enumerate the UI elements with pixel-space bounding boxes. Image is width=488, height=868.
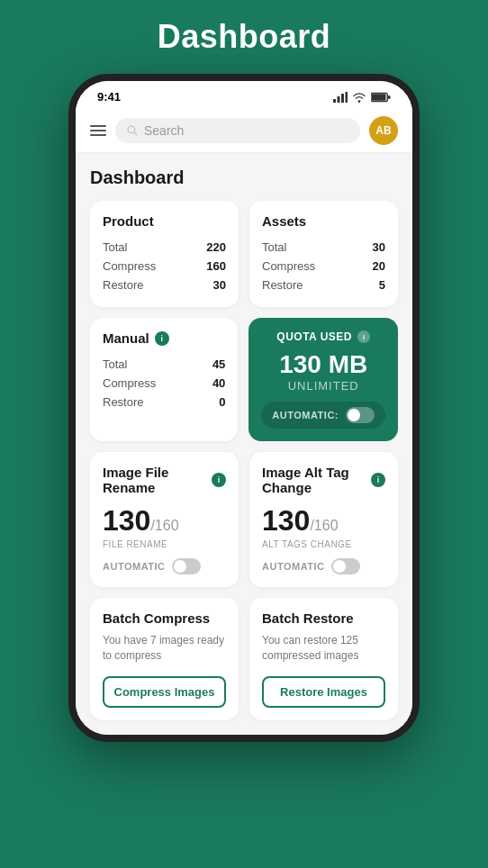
manual-card-title: Manual i xyxy=(103,330,225,346)
top-cards-grid: Product Total 220 Compress 160 Restore 3… xyxy=(90,201,398,307)
assets-card-title: Assets xyxy=(262,213,385,229)
quota-subtitle: UNLIMITED xyxy=(288,379,359,393)
alt-tag-label: ALT TAGS CHANGE xyxy=(262,539,385,549)
second-row-grid: Manual i Total 45 Compress 40 Restore 0 xyxy=(90,318,398,441)
rename-info-icon: i xyxy=(212,473,226,487)
manual-total-row: Total 45 xyxy=(103,355,225,374)
rename-count-display: 130/160 xyxy=(103,504,226,538)
status-time: 9:41 xyxy=(97,90,121,104)
rename-count: 130 xyxy=(103,504,150,537)
batch-restore-desc: You can restore 125 compressed images xyxy=(262,633,385,664)
quota-card: QUOTA USED i 130 MB UNLIMITED AUTOMATIC: xyxy=(249,318,398,441)
batch-compress-card: Batch Compress You have 7 images ready t… xyxy=(90,598,239,720)
assets-total-row: Total 30 xyxy=(262,238,385,257)
svg-rect-5 xyxy=(372,94,386,100)
alt-tag-auto-row: AUTOMATIC xyxy=(262,558,385,574)
search-bar[interactable]: Search xyxy=(115,118,360,143)
manual-restore-row: Restore 0 xyxy=(103,393,225,411)
svg-rect-2 xyxy=(341,94,344,103)
batch-section: Batch Compress You have 7 images ready t… xyxy=(90,598,398,720)
hamburger-menu-icon[interactable] xyxy=(90,125,106,136)
assets-compress-row: Compress 20 xyxy=(262,257,385,276)
alt-tag-info-icon: i xyxy=(371,473,385,487)
restore-images-button[interactable]: Restore Images xyxy=(262,676,385,708)
alt-tag-auto-label: AUTOMATIC xyxy=(262,561,324,572)
phone-frame: 9:41 xyxy=(68,74,420,742)
product-total-row: Total 220 xyxy=(103,238,226,257)
toggle-knob xyxy=(348,409,360,421)
batch-compress-desc: You have 7 images ready to compress xyxy=(103,633,226,664)
product-card-title: Product xyxy=(103,213,226,229)
alt-tag-count: 130 xyxy=(262,504,310,537)
wifi-icon xyxy=(352,92,366,103)
alt-tag-total: /160 xyxy=(310,518,338,533)
main-content: Dashboard Product Total 220 Compress 160 xyxy=(76,153,412,735)
manual-info-icon: i xyxy=(155,331,169,346)
svg-line-8 xyxy=(134,132,137,135)
rename-card-title: Image File Rename i xyxy=(103,465,226,495)
quota-header: QUOTA USED i xyxy=(276,330,370,343)
assets-restore-row: Restore 5 xyxy=(262,276,385,294)
quota-auto-label: AUTOMATIC: xyxy=(272,410,339,420)
search-placeholder: Search xyxy=(144,123,184,138)
manual-compress-row: Compress 40 xyxy=(103,374,225,393)
compress-images-button[interactable]: Compress Images xyxy=(103,676,226,708)
alt-tag-card-title: Image Alt Tag Change i xyxy=(262,465,385,495)
manual-card: Manual i Total 45 Compress 40 Restore 0 xyxy=(90,318,238,441)
signal-icon xyxy=(333,92,348,103)
product-compress-row: Compress 160 xyxy=(103,257,226,276)
avatar: AB xyxy=(369,116,398,145)
alt-tag-card: Image Alt Tag Change i 130/160 ALT TAGS … xyxy=(249,452,398,587)
rename-auto-label: AUTOMATIC xyxy=(103,561,165,572)
status-icons xyxy=(333,92,391,103)
quota-info-icon: i xyxy=(357,330,370,343)
rename-label: FILE RENAME xyxy=(103,539,226,549)
batch-compress-title: Batch Compress xyxy=(103,610,226,626)
alt-tag-toggle-knob xyxy=(333,560,346,573)
svg-rect-1 xyxy=(338,96,340,103)
top-bar: Search AB xyxy=(76,109,412,153)
assets-card: Assets Total 30 Compress 20 Restore 5 xyxy=(249,201,398,307)
battery-icon xyxy=(371,92,391,103)
rename-card: Image File Rename i 130/160 FILE RENAME … xyxy=(90,452,239,587)
rename-auto-row: AUTOMATIC xyxy=(103,558,226,574)
third-row-grid: Image File Rename i 130/160 FILE RENAME … xyxy=(90,452,398,587)
product-card: Product Total 220 Compress 160 Restore 3… xyxy=(90,201,239,307)
alt-tag-auto-toggle[interactable] xyxy=(331,558,360,574)
product-restore-row: Restore 30 xyxy=(103,276,226,294)
outer-container: Dashboard 9:41 xyxy=(0,0,488,868)
quota-value: 130 MB xyxy=(279,350,367,379)
rename-total: /160 xyxy=(150,518,178,533)
page-title: Dashboard xyxy=(158,18,331,56)
svg-rect-0 xyxy=(333,99,336,103)
svg-rect-3 xyxy=(346,92,348,103)
rename-toggle-knob xyxy=(174,560,186,573)
batch-restore-card: Batch Restore You can restore 125 compre… xyxy=(249,598,398,720)
svg-rect-6 xyxy=(388,95,391,99)
dashboard-title: Dashboard xyxy=(90,167,398,188)
quota-auto-row: AUTOMATIC: xyxy=(261,402,385,429)
quota-auto-toggle[interactable] xyxy=(346,407,375,423)
batch-restore-title: Batch Restore xyxy=(262,610,385,626)
alt-tag-count-display: 130/160 xyxy=(262,504,385,538)
rename-auto-toggle[interactable] xyxy=(172,558,201,574)
status-bar: 9:41 xyxy=(76,81,412,109)
search-icon xyxy=(126,124,139,137)
